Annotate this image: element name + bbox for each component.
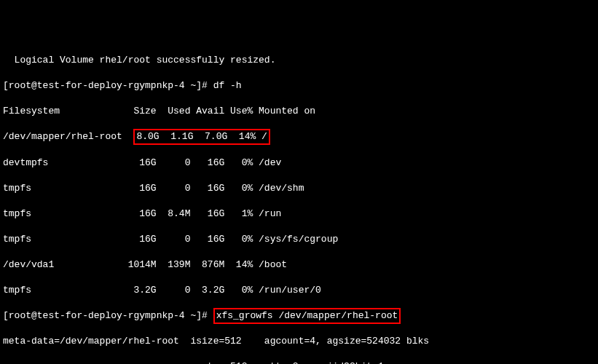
df-row: tmpfs 3.2G 0 3.2G 0% /run/user/0 xyxy=(3,284,595,297)
df-row: devtmpfs 16G 0 16G 0% /dev xyxy=(3,157,595,170)
highlight-root-before: 8.0G 1.1G 7.0G 14% / xyxy=(133,129,270,145)
prompt-prefix: [root@test-for-deploy-rgympnkp-4 ~]# xyxy=(3,310,213,321)
df-row: tmpfs 16G 0 16G 0% /dev/shm xyxy=(3,182,595,195)
xfs-output: meta-data=/dev/mapper/rhel-root isize=51… xyxy=(3,335,595,348)
df-row: /dev/vda1 1014M 139M 876M 14% /boot xyxy=(3,258,595,272)
fs-name: /dev/mapper/rhel-root xyxy=(3,131,133,142)
highlight-growfs-cmd: xfs_growfs /dev/mapper/rhel-root xyxy=(213,308,401,324)
prompt-line: [root@test-for-deploy-rgympnkp-4 ~]# df … xyxy=(3,79,595,92)
prompt-line: [root@test-for-deploy-rgympnkp-4 ~]# xfs… xyxy=(3,309,595,323)
xfs-output: = sectsz=512 attr=2, projid32bit=1 xyxy=(3,360,595,364)
df-row: tmpfs 16G 8.4M 16G 1% /run xyxy=(3,207,595,221)
df-row: tmpfs 16G 0 16G 0% /sys/fs/cgroup xyxy=(3,233,595,246)
df-row: /dev/mapper/rhel-root 8.0G 1.1G 7.0G 14%… xyxy=(3,130,595,143)
df-header: Filesystem Size Used Avail Use% Mounted … xyxy=(3,105,595,118)
output-line: Logical Volume rhel/root successfully re… xyxy=(3,54,595,67)
